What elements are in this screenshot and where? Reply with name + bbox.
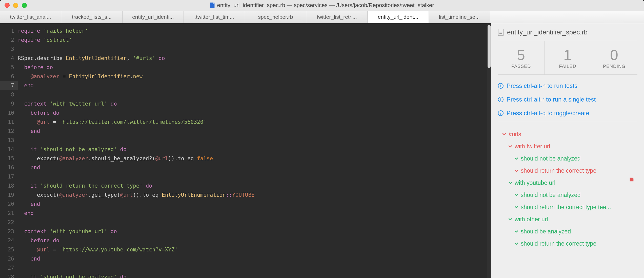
line-number: 20 [0,200,14,209]
test-node-3[interactable]: should return the correct type [498,165,637,177]
code-line[interactable]: end [18,209,491,218]
tab-6[interactable]: entity_url_ident... [368,11,429,23]
tab-2[interactable]: entity_url_identi... [123,11,184,23]
hint-1[interactable]: iPress ctrl-alt-r to run a single test [498,96,637,103]
code-line[interactable]: before do [18,63,491,72]
line-number: 27 [0,263,14,272]
line-number: 1 [0,26,14,35]
tab-5[interactable]: twitter_list_retri... [306,11,368,23]
window-title: entity_url_identifier_spec.rb — spec/ser… [210,2,434,9]
tab-4[interactable]: spec_helper.rb [245,11,306,23]
stat-passed-value: 5 [517,46,525,63]
window-title-text: entity_url_identifier_spec.rb — spec/ser… [217,2,434,9]
code-line[interactable]: @url = 'https://twitter.com/twitter/time… [18,117,491,127]
code-line[interactable]: @url = 'https://www.youtube.com/watch?v=… [18,245,491,254]
test-node-6[interactable]: should return the correct type tee... [498,201,637,213]
line-number: 22 [0,218,14,227]
code-content[interactable]: require 'rails_helper'require 'ostruct' … [18,23,491,278]
line-number: 10 [0,108,14,117]
code-line[interactable]: context 'with youtube url' do [18,227,491,236]
chevron-down-icon [509,213,512,225]
code-line[interactable]: it 'should not be analyzed' do [18,145,491,154]
hint-text: Press ctrl-alt-n to run tests [507,82,577,89]
code-line[interactable]: it 'should not be analyzed' do [18,272,491,278]
hint-text: Press ctrl-alt-q to toggle/create [507,110,589,117]
test-stats: 5 PASSED 1 FAILED 0 PENDING [498,41,637,75]
code-line[interactable]: require 'rails_helper' [18,26,491,35]
test-node-5[interactable]: should not be analyzed [498,189,637,201]
test-node-4[interactable]: with youtube url [498,177,637,189]
test-node-label: should be analyzed [521,225,571,237]
test-node-9[interactable]: should return the correct type [498,237,637,250]
code-line[interactable]: end [18,163,491,172]
chevron-down-icon [509,141,512,152]
code-line[interactable] [18,90,491,99]
hint-2[interactable]: iPress ctrl-alt-q to toggle/create [498,110,637,117]
test-node-2[interactable]: should not be analyzed [498,152,637,165]
tab-3[interactable]: .twitter_list_tim... [184,11,245,23]
code-line[interactable]: before do [18,236,491,245]
hint-0[interactable]: iPress ctrl-alt-n to run tests [498,82,637,89]
code-line[interactable]: context 'with twitter url' do [18,99,491,108]
line-number: 14 [0,145,14,154]
test-node-1[interactable]: with twitter url [498,140,637,152]
test-panel: entity_url_identifier_spec.rb 5 PASSED 1… [491,23,644,278]
code-line[interactable]: expect(@analyzer.should_be_analyzed?(@ur… [18,154,491,163]
code-line[interactable]: expect(@analyzer.get_type(@url)).to eq E… [18,190,491,200]
code-line[interactable]: require 'ostruct' [18,35,491,45]
test-node-label: with youtube url [515,177,555,189]
test-node-label: #urls [509,128,521,140]
chevron-down-icon [515,238,518,250]
line-number: 17 [0,172,14,181]
line-number: 16 [0,163,14,172]
code-line[interactable]: end [18,200,491,209]
line-number: 4 [0,54,14,63]
line-number: 13 [0,136,14,145]
line-number: 23 [0,227,14,236]
code-line[interactable]: RSpec.describe EntityUrlIdentifier, '#ur… [18,54,491,63]
line-number: 9 [0,99,14,108]
scrollbar-thumb[interactable] [488,25,491,68]
info-icon: i [498,97,504,102]
test-node-label: should not be analyzed [521,189,581,201]
test-panel-title: entity_url_identifier_spec.rb [507,28,588,36]
code-line[interactable]: end [18,254,491,263]
code-line[interactable] [18,136,491,145]
minimize-window-button[interactable] [13,3,18,8]
line-number: 8 [0,90,14,99]
code-editor[interactable]: 1234567891011121314151617181920212223242… [0,23,491,278]
stat-pending-value: 0 [610,46,618,63]
code-line[interactable]: end [18,81,491,90]
file-icon [210,3,214,8]
line-number: 15 [0,154,14,163]
maximize-window-button[interactable] [22,3,27,8]
test-node-0[interactable]: #urls [498,128,637,140]
code-line[interactable] [18,218,491,227]
stat-failed-label: FAILED [559,64,576,69]
tab-0[interactable]: twitter_list_anal... [0,11,61,23]
code-line[interactable]: end [18,127,491,136]
line-number: 25 [0,245,14,254]
code-line[interactable] [18,172,491,181]
test-node-label: should not be analyzed [521,152,581,165]
line-number: 7 [0,81,18,90]
code-line[interactable] [18,45,491,54]
code-line[interactable]: @analyzer = EntityUrlIdentifier.new [18,72,491,81]
stat-failed-value: 1 [564,46,572,63]
chevron-down-icon [515,226,518,237]
code-line[interactable]: it 'should return the correct type' do [18,181,491,190]
close-window-button[interactable] [5,3,10,8]
code-line[interactable]: before do [18,108,491,117]
stat-passed: 5 PASSED [498,41,544,74]
test-node-7[interactable]: with other url [498,213,637,225]
test-panel-header: entity_url_identifier_spec.rb [498,28,637,36]
line-number: 21 [0,209,14,218]
vertical-scrollbar[interactable] [487,23,491,278]
line-number: 12 [0,127,14,136]
test-node-8[interactable]: should be analyzed [498,225,637,237]
tab-1[interactable]: tracked_lists_s... [61,11,123,23]
line-number: 24 [0,236,14,245]
tab-7[interactable]: list_timeline_se... [429,11,490,23]
code-line[interactable] [18,263,491,272]
line-number: 5 [0,63,14,72]
